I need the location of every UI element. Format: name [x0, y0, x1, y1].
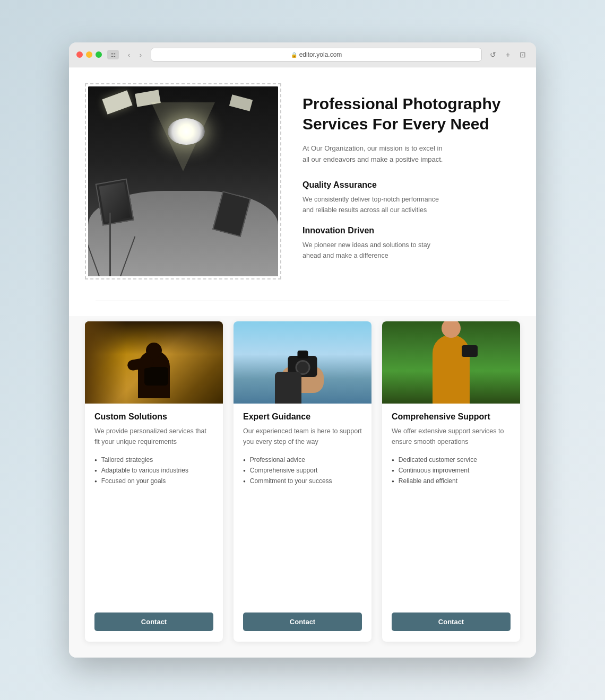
hero-description: At Our Organization, our mission is to e…: [302, 143, 446, 165]
hero-image: [88, 86, 278, 276]
card-custom-solutions: Custom Solutions We provide personalized…: [85, 321, 223, 642]
hero-title: Professional Photography Services For Ev…: [302, 94, 509, 134]
card-1-body: Custom Solutions We provide personalized…: [85, 404, 223, 642]
list-item: Professional advice: [243, 454, 362, 465]
card-2-body: Expert Guidance Our experienced team is …: [234, 404, 371, 642]
share-button[interactable]: ↺: [487, 49, 499, 60]
extensions-button[interactable]: ⊡: [517, 49, 529, 60]
browser-chrome: ☷ ‹ › 🔒 editor.yola.com ↺ + ⊡: [69, 42, 536, 67]
feature-2-text: We pioneer new ideas and solutions to st…: [302, 240, 446, 261]
nav-buttons: ‹ ›: [124, 50, 145, 59]
card-1-title: Custom Solutions: [94, 412, 213, 422]
add-tab-button[interactable]: +: [502, 49, 514, 60]
card-3-body: Comprehensive Support We offer extensive…: [382, 404, 520, 642]
card-2-list: Professional advice Comprehensive suppor…: [243, 454, 362, 604]
list-item: Tailored strategies: [94, 454, 213, 465]
card-2-image: [234, 321, 371, 404]
bright-light: [168, 118, 205, 145]
cards-section: Custom Solutions We provide personalized…: [69, 316, 536, 658]
woman-head: [442, 321, 461, 338]
back-button[interactable]: ‹: [124, 50, 134, 59]
lock-icon: 🔒: [291, 52, 297, 58]
card-3-title: Comprehensive Support: [392, 412, 511, 422]
card-1-description: We provide personalized services that fi…: [94, 426, 213, 447]
camera-shape: [144, 367, 168, 386]
list-item: Adaptable to various industries: [94, 465, 213, 476]
woman-camera: [462, 345, 478, 357]
page-content: Professional Photography Services For Ev…: [69, 67, 536, 658]
woman-figure: [433, 335, 470, 404]
feature-1-title: Quality Assurance: [302, 180, 509, 190]
card-comprehensive-support: Comprehensive Support We offer extensive…: [382, 321, 520, 642]
hero-text: Professional Photography Services For Ev…: [302, 89, 509, 272]
list-item: Dedicated customer service: [392, 454, 511, 465]
sidebar-toggle-button[interactable]: ☷: [107, 50, 119, 59]
card-2-title: Expert Guidance: [243, 412, 362, 422]
section-divider: [96, 301, 509, 301]
list-item: Continuous improvement: [392, 465, 511, 476]
maximize-button[interactable]: [96, 51, 102, 58]
browser-actions: ↺ + ⊡: [487, 49, 529, 60]
camera-held: [288, 356, 317, 377]
card-1-image: [85, 321, 223, 404]
card-3-list: Dedicated customer service Continuous im…: [392, 454, 511, 604]
card-3-description: We offer extensive support services to e…: [392, 426, 511, 447]
card-2-description: Our experienced team is here to support …: [243, 426, 362, 447]
card-2-contact-button[interactable]: Contact: [243, 612, 362, 631]
card-1-contact-button[interactable]: Contact: [94, 612, 213, 631]
list-item: Commitment to your success: [243, 476, 362, 486]
hero-image-container: [85, 83, 281, 279]
card-3-contact-button[interactable]: Contact: [392, 612, 511, 631]
list-item: Comprehensive support: [243, 465, 362, 476]
list-item: Reliable and efficient: [392, 476, 511, 486]
photographer-silhouette: [138, 351, 170, 398]
forward-button[interactable]: ›: [136, 50, 145, 59]
feature-2-title: Innovation Driven: [302, 226, 509, 235]
address-bar[interactable]: 🔒 editor.yola.com: [151, 48, 482, 62]
card-expert-guidance: Expert Guidance Our experienced team is …: [234, 321, 371, 642]
browser-window: ☷ ‹ › 🔒 editor.yola.com ↺ + ⊡: [69, 42, 536, 658]
card-3-image: [382, 321, 520, 404]
card-1-list: Tailored strategies Adaptable to various…: [94, 454, 213, 604]
tripod: [109, 213, 111, 276]
close-button[interactable]: [76, 51, 83, 58]
traffic-lights: [76, 51, 102, 58]
feature-1-text: We consistently deliver top-notch perfor…: [302, 194, 446, 215]
list-item: Focused on your goals: [94, 476, 213, 486]
minimize-button[interactable]: [86, 51, 92, 58]
url-text: editor.yola.com: [299, 51, 342, 58]
hero-section: Professional Photography Services For Ev…: [69, 67, 536, 301]
